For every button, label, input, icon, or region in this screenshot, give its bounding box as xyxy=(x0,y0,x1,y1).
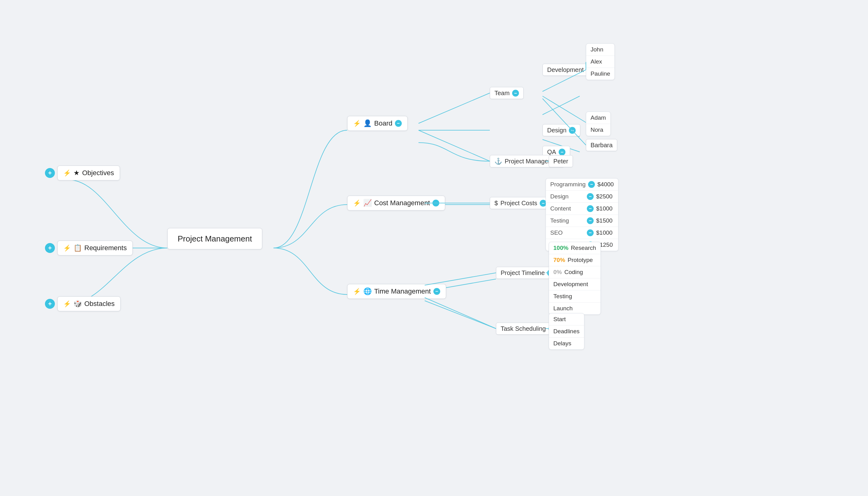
cost-seo-collapse[interactable]: − xyxy=(587,229,594,236)
objectives-node: ⚡ ★ Objectives xyxy=(57,166,120,181)
cost-testing-label: Testing xyxy=(550,217,584,224)
adam-row: Adam xyxy=(586,112,610,124)
adam-label: Adam xyxy=(591,114,606,121)
obstacles-add-btn[interactable]: + xyxy=(45,299,55,309)
cost-items-group: Programming − $4000 Design − $2500 Conte… xyxy=(546,178,618,251)
board-collapse-btn[interactable]: − xyxy=(395,120,402,127)
prototype-pct: 70% xyxy=(553,257,565,264)
qa-collapse-btn[interactable]: − xyxy=(559,149,565,155)
cost-testing-row: Testing − $1500 xyxy=(546,215,618,227)
bolt-icon3: ⚡ xyxy=(63,300,71,308)
svg-line-1 xyxy=(418,130,490,161)
dollar-icon: $ xyxy=(494,200,498,207)
delays-label: Delays xyxy=(553,340,571,347)
bolt-icon2: ⚡ xyxy=(63,244,71,252)
team-collapse-btn[interactable]: − xyxy=(512,90,519,96)
cost-seo-row: SEO − $1000 xyxy=(546,227,618,239)
design-label: Design xyxy=(547,127,567,134)
timeline-coding-row: 0% Coding xyxy=(549,266,601,278)
time-management-label: Time Management xyxy=(374,288,431,295)
cost-design-label: Design xyxy=(550,193,584,200)
cost-bolt-icon: ⚡ xyxy=(353,199,361,207)
cost-content-collapse[interactable]: − xyxy=(587,205,594,212)
time-collapse-btn[interactable]: − xyxy=(433,288,440,295)
nora-label: Nora xyxy=(591,126,603,133)
cost-seo-label: SEO xyxy=(550,229,584,236)
coding-pct: 0% xyxy=(553,269,562,276)
scheduling-start-row: Start xyxy=(549,313,584,326)
cost-testing-value: $1500 xyxy=(596,217,613,224)
requirements-label: Requirements xyxy=(84,244,127,252)
timeline-prototype-row: 70% Prototype xyxy=(549,254,601,266)
cost-design-value: $2500 xyxy=(596,193,613,200)
svg-line-3 xyxy=(542,96,586,122)
peter-node: Peter xyxy=(549,155,573,167)
cost-programming-row: Programming − $4000 xyxy=(546,179,618,191)
pauline-label: Pauline xyxy=(591,71,610,77)
obstacles-cube-icon: 🎲 xyxy=(74,300,82,308)
cost-content-value: $1000 xyxy=(596,205,613,212)
timeline-development-label: Development xyxy=(553,281,588,288)
project-costs-node: $ Project Costs − xyxy=(490,197,551,209)
development-members: John Alex Pauline xyxy=(586,43,615,80)
cost-testing-collapse[interactable]: − xyxy=(587,217,594,224)
time-management-node: ⚡ 🌐 Time Management − xyxy=(347,284,446,299)
project-manager-label: Project Manager xyxy=(505,158,550,165)
cost-management-node: ⚡ 📈 Cost Management − xyxy=(347,196,445,211)
coding-label: Coding xyxy=(564,269,583,276)
john-row: John xyxy=(586,44,615,56)
bolt-icon: ⚡ xyxy=(63,169,71,177)
requirements-doc-icon: 📋 xyxy=(74,244,82,252)
pauline-row: Pauline xyxy=(586,68,615,80)
cost-programming-label: Programming xyxy=(550,181,586,188)
scheduling-delays-row: Delays xyxy=(549,338,584,350)
scheduling-deadlines-row: Deadlines xyxy=(549,326,584,338)
objectives-star-icon: ★ xyxy=(74,169,80,177)
deadlines-label: Deadlines xyxy=(553,328,580,335)
cost-chart-icon: 📈 xyxy=(363,199,372,207)
team-node: Team − xyxy=(490,87,524,99)
board-label: Board xyxy=(374,119,392,127)
project-timeline-label: Project Timeline xyxy=(501,269,545,277)
timeline-development-row: Development xyxy=(549,278,601,291)
peter-label: Peter xyxy=(553,158,568,165)
cost-programming-collapse[interactable]: − xyxy=(588,181,595,188)
qa-label: QA xyxy=(547,149,556,156)
alex-label: Alex xyxy=(591,58,602,65)
svg-line-10 xyxy=(425,298,496,329)
time-clock-icon: 🌐 xyxy=(363,288,372,295)
svg-line-0 xyxy=(418,93,490,123)
task-scheduling-label: Task Scheduling xyxy=(501,325,546,332)
design-collapse-btn[interactable]: − xyxy=(569,127,576,134)
prototype-label: Prototype xyxy=(568,257,593,264)
timeline-items-group: 100% Research 70% Prototype 0% Coding De… xyxy=(549,242,601,315)
obstacles-node: ⚡ 🎲 Obstacles xyxy=(57,296,121,311)
design-members: Adam Nora xyxy=(586,112,611,136)
requirements-add-btn[interactable]: + xyxy=(45,243,55,253)
scheduling-items-group: Start Deadlines Delays xyxy=(549,313,584,350)
research-pct: 100% xyxy=(553,245,569,251)
project-costs-label: Project Costs xyxy=(500,200,537,207)
cost-seo-value: $1000 xyxy=(596,229,613,236)
objectives-add-btn[interactable]: + xyxy=(45,168,55,178)
requirements-node: ⚡ 📋 Requirements xyxy=(57,241,133,255)
time-bolt-icon: ⚡ xyxy=(353,288,361,295)
start-label: Start xyxy=(553,316,566,323)
timeline-testing-row: Testing xyxy=(549,291,601,303)
center-label: Project Management xyxy=(177,234,252,244)
timeline-launch-row: Launch xyxy=(549,303,601,314)
cost-programming-value: $4000 xyxy=(598,181,614,188)
cost-design-collapse[interactable]: − xyxy=(587,193,594,200)
research-label: Research xyxy=(571,245,596,251)
john-label: John xyxy=(591,46,603,53)
cost-collapse-btn[interactable]: − xyxy=(432,200,439,206)
cost-design-row: Design − $2500 xyxy=(546,191,618,203)
obstacles-label: Obstacles xyxy=(84,300,115,308)
board-bolt-icon: ⚡ xyxy=(353,120,361,127)
alex-row: Alex xyxy=(586,56,615,68)
svg-line-9 xyxy=(425,273,496,285)
development-label: Development xyxy=(547,66,584,74)
design-node: Design − xyxy=(542,124,580,136)
timeline-launch-label: Launch xyxy=(553,305,573,312)
cost-content-label: Content xyxy=(550,205,584,212)
